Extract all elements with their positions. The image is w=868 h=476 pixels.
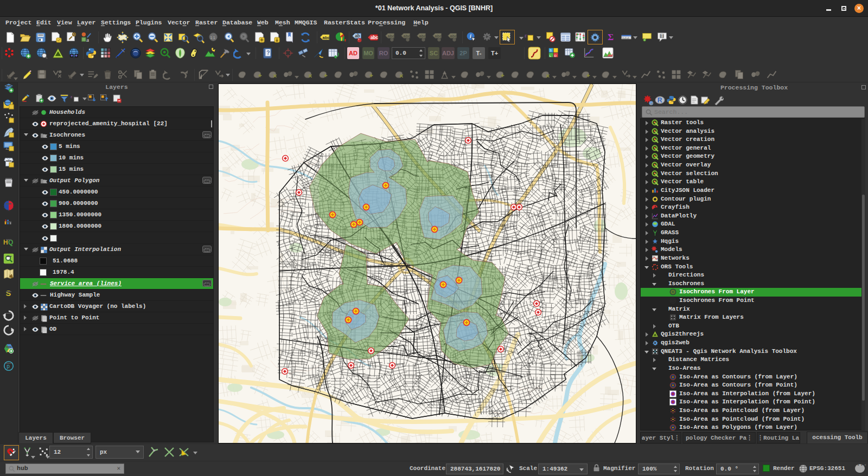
svg-text:abc: abc	[419, 34, 426, 38]
svg-text:?: ?	[266, 50, 270, 56]
svg-text:L: L	[550, 54, 552, 57]
svg-text:abc: abc	[435, 34, 442, 38]
svg-text:D: D	[554, 54, 557, 57]
svg-text:T: T	[661, 34, 663, 38]
svg-text:abc: abc	[404, 34, 411, 38]
svg-text:abc: abc	[388, 34, 395, 38]
svg-text:S: S	[6, 289, 11, 298]
svg-text:1:1: 1:1	[210, 36, 215, 40]
svg-text:Σ: Σ	[608, 32, 614, 42]
svg-text:p: p	[7, 363, 10, 369]
svg-text:ab: ab	[355, 34, 360, 38]
svg-text:ε: ε	[71, 94, 73, 99]
svg-text:i: i	[470, 33, 471, 39]
svg-text:abc: abc	[371, 35, 379, 40]
svg-text:S: S	[550, 48, 552, 52]
svg-text:abc: abc	[450, 34, 457, 38]
svg-text:ε: ε	[525, 33, 527, 38]
svg-text:abc: abc	[323, 35, 330, 40]
svg-text:a: a	[86, 37, 89, 43]
svg-text:R: R	[658, 97, 662, 104]
